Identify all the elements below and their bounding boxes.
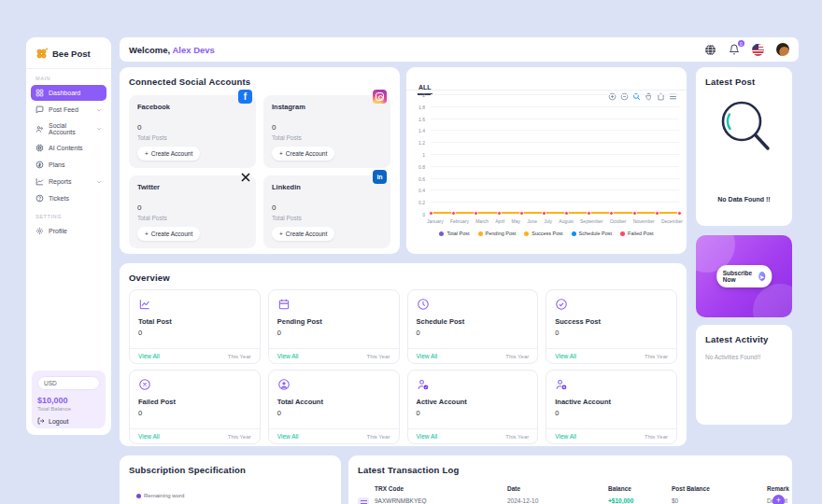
period-label: This Year [228,434,251,440]
legend-item[interactable]: Pending Post [478,231,517,236]
dashboard-icon [35,89,44,97]
latest-post-panel: Latest Post No Data Found !! [696,67,792,226]
legend-label: Schedule Post [579,231,612,236]
legend-item[interactable]: Total Post [439,231,469,236]
column-header: Balance [608,485,672,492]
social-accounts-icon [35,125,44,133]
sidebar-item-reports[interactable]: Reports [31,174,106,189]
sidebar-item-ai-contents[interactable]: AI Contents [31,140,106,156]
bell-icon[interactable]: 0 [729,44,740,55]
sidebar-item-social-accounts[interactable]: Social Accounts [31,119,106,139]
posts-chart-panel: ALL 21.81.61.41.210.80.60.40.20 JanuaryF… [406,67,687,254]
stat-label: Failed Post [138,398,251,406]
x-axis-label: July [544,218,552,224]
legend-item[interactable]: Failed Post [620,231,654,236]
sidebar-item-dashboard[interactable]: Dashboard [31,85,106,101]
data-point-marker[interactable] [497,211,502,216]
period-label: This Year [228,354,251,359]
legend-dot [620,231,625,236]
data-point-marker[interactable] [451,211,456,216]
stat-value: 0 [138,409,251,417]
stat-label: Success Post [555,317,668,326]
globe-icon[interactable] [704,44,716,56]
view-all-link[interactable]: View All [277,353,299,359]
social-name: Facebook [137,103,248,111]
facebook-icon: f [238,90,252,104]
create-account-button[interactable]: +Create Account [137,227,200,241]
view-all-link[interactable]: View All [555,353,576,359]
data-point-marker[interactable] [519,211,524,216]
data-point-marker[interactable] [429,211,433,216]
social-name: Instagram [272,103,382,111]
create-account-button[interactable]: +Create Account [137,147,200,161]
no-data-text: No Data Found !! [696,196,792,203]
chevron-down-icon [96,179,102,185]
logout-button[interactable]: Logout [37,417,100,425]
social-posts-label: Total Posts [137,134,248,141]
x-axis-label: June [527,218,537,224]
brand[interactable]: Bee Post [26,45,111,69]
x-circle-icon [138,378,251,391]
column-header: TRX Code [375,485,507,492]
line-chart-icon [138,298,251,311]
plans-icon [35,161,44,169]
data-point-marker[interactable] [632,211,637,216]
data-point-marker[interactable] [542,211,546,216]
sidebar-item-plans[interactable]: Plans [31,157,106,173]
data-point-marker[interactable] [474,211,478,216]
total-balance-amount: $10,000 [37,396,100,405]
view-all-link[interactable]: View All [417,353,438,359]
legend-dot [572,231,576,236]
stat-value: 0 [417,409,530,417]
stat-card-total-post: Total Post 0 View AllThis Year [129,289,261,364]
subscribe-now-button[interactable]: Subscribe Now ➤ [716,265,772,287]
sidebar-item-tickets[interactable]: Tickets [31,190,106,206]
avatar[interactable] [776,43,789,56]
stat-value: 0 [277,329,390,337]
x-axis-label: May [511,218,519,224]
ai-contents-icon [35,144,44,152]
dashboard-page: Bee Post MAIN Dashboard Post Feed Social… [0,0,822,504]
view-all-link[interactable]: View All [417,433,438,440]
legend-dot [136,494,141,498]
stat-card-total-account: Total Account 0 View AllThis Year [268,370,400,444]
view-all-link[interactable]: View All [138,353,160,359]
expand-row-button[interactable]: + [772,495,785,504]
x-axis-label: December [661,218,683,224]
social-posts-label: Total Posts [137,215,248,221]
view-all-link[interactable]: View All [138,433,160,440]
data-point-marker[interactable] [677,211,682,216]
logout-label: Logout [49,418,68,425]
post-balance-cell: $0 [672,497,767,504]
legend-item-remaining-word[interactable]: Remaining word [136,493,184,498]
calendar-icon [277,298,390,311]
sidebar-item-label: Social Accounts [49,122,92,135]
create-account-button[interactable]: +Create Account [272,227,334,241]
data-point-marker[interactable] [655,211,659,216]
view-all-link[interactable]: View All [555,433,576,440]
panel-title: Latest Activity [705,334,783,344]
x-axis-label: September [580,218,602,224]
view-all-link[interactable]: View All [277,433,299,440]
plus-icon: + [279,231,283,237]
twitter-x-icon [238,170,252,184]
currency-select[interactable]: USD [37,376,100,390]
sidebar-item-post-feed[interactable]: Post Feed [31,102,106,118]
sidebar-item-profile[interactable]: Profile [31,223,106,239]
sidebar-item-label: AI Contents [49,145,83,151]
us-flag-icon[interactable] [752,44,764,56]
create-account-button[interactable]: +Create Account [272,147,334,161]
data-point-marker[interactable] [564,211,569,216]
chart-plot-area[interactable]: 21.81.61.41.210.80.60.40.20 [431,94,679,214]
panel-title: Latest Post [705,77,783,87]
y-axis-tick: 0.2 [406,200,425,205]
legend-item[interactable]: Success Post [524,231,562,236]
total-balance-label: Total Balance [37,406,100,412]
legend-item[interactable]: Schedule Post [572,231,612,236]
magnifier-illustration [696,95,792,162]
tickets-icon [35,194,44,203]
plus-icon: + [145,150,149,157]
nav-section-main: MAIN [26,69,111,84]
data-point-marker[interactable] [587,211,591,216]
social-name: Linkedin [272,183,382,191]
